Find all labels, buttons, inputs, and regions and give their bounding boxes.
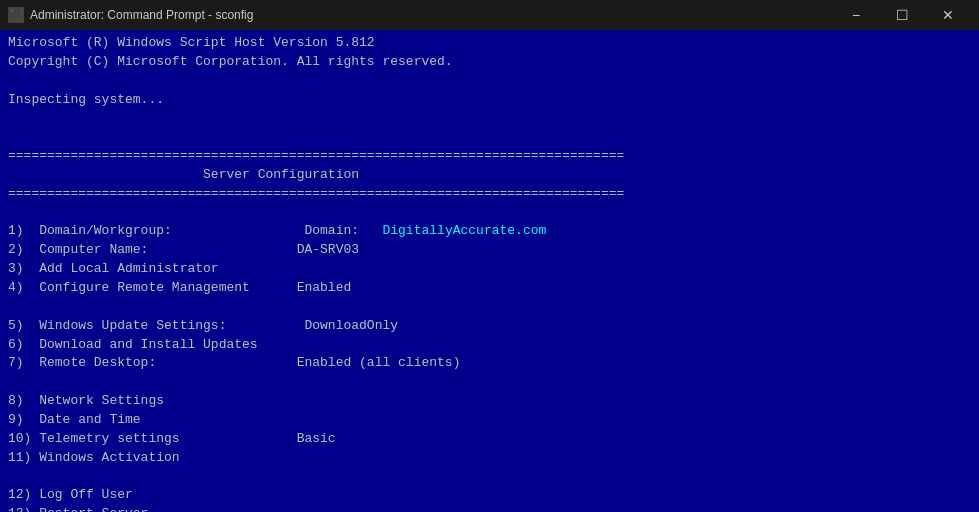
maximize-button[interactable]: ☐ [879, 0, 925, 30]
title-bar-text: Administrator: Command Prompt - sconfig [30, 8, 833, 22]
window-icon: ⬛ [8, 7, 24, 23]
title-bar-controls: − ☐ ✕ [833, 0, 971, 30]
domain-value: DigitallyAccurate.com [382, 223, 546, 238]
title-bar: ⬛ Administrator: Command Prompt - sconfi… [0, 0, 979, 30]
minimize-button[interactable]: − [833, 0, 879, 30]
window: ⬛ Administrator: Command Prompt - sconfi… [0, 0, 979, 512]
close-button[interactable]: ✕ [925, 0, 971, 30]
console-line-1: Microsoft (R) Windows Script Host Versio… [8, 35, 624, 512]
console-output: Microsoft (R) Windows Script Host Versio… [0, 30, 979, 512]
